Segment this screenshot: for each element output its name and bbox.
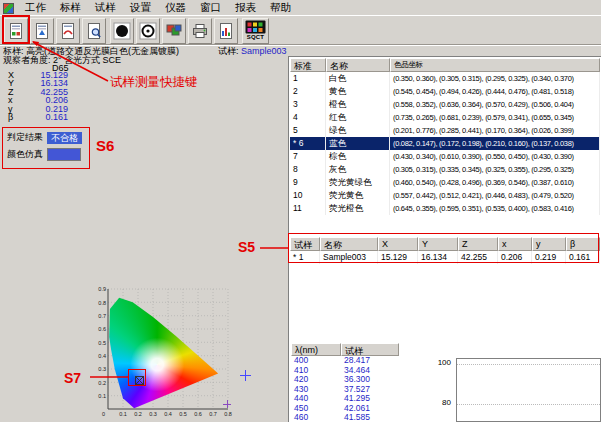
sample-info: 试样: Sample003 (218, 45, 287, 58)
header-name: 名称 (326, 58, 390, 72)
cell-beta: 0.161 (566, 251, 600, 264)
svg-text:0.6: 0.6 (194, 411, 202, 417)
bullseye-icon (139, 22, 157, 40)
menu-work[interactable]: 工作 (18, 0, 53, 16)
menu-settings[interactable]: 设置 (123, 0, 158, 16)
cell-no: 5 (290, 124, 326, 137)
cell-no: 3 (290, 98, 326, 111)
svg-text:0.2: 0.2 (98, 380, 106, 386)
sqct-button[interactable]: SQCT (242, 18, 269, 44)
cell-coords: (0.430, 0.340), (0.610, 0.390), (0.550, … (390, 150, 600, 163)
svg-text:0.3: 0.3 (149, 411, 157, 417)
menu-help[interactable]: 帮助 (263, 0, 298, 16)
svg-text:0.6: 0.6 (98, 326, 106, 332)
spectral-row[interactable]: 44041.295 (291, 394, 401, 404)
tri-label: β (8, 113, 22, 121)
sample-measure-button[interactable] (4, 18, 28, 44)
cell-no: 4 (290, 111, 326, 124)
standards-row[interactable]: 10荧光黄色(0.557, 0.442), (0.512, 0.421), (0… (290, 189, 600, 202)
cell-value: 28.417 (341, 356, 399, 366)
sample-name-value: Sample003 (241, 46, 287, 56)
printer-icon (191, 22, 209, 40)
spectral-row[interactable]: 45042.061 (291, 404, 401, 414)
spectral-row[interactable]: 41034.464 (291, 366, 401, 376)
sqct-icon (245, 20, 266, 34)
cell-name: 荧光橙色 (326, 202, 390, 215)
cell-coords: (0.460, 0.540), (0.428, 0.496), (0.369, … (390, 176, 600, 189)
cell-name: 蓝色 (326, 137, 390, 150)
header-x: x (498, 237, 532, 251)
menu-instrument[interactable]: 仪器 (158, 0, 193, 16)
standard-measure-icon (33, 22, 51, 40)
standard-target-button[interactable] (110, 18, 134, 44)
svg-text:0: 0 (102, 411, 105, 417)
cell-name: 荧光黄色 (326, 189, 390, 202)
spectral-row[interactable]: 42036.300 (291, 375, 401, 385)
cell-name: Sample003 (320, 251, 378, 264)
chromaticity-chart: 0.1 0.2 0.3 0.4 0.5 0.6 0.7 0.8 0.9 0 0.… (92, 286, 244, 422)
standards-table: 标准 名称 色品坐标 1白色(0.350, 0.360), (0.305, 0.… (290, 58, 600, 215)
search-icon (85, 22, 103, 40)
header-y: y (532, 237, 566, 251)
spectral-row[interactable]: 46041.585 (291, 413, 401, 422)
cell-y: 0.219 (532, 251, 566, 264)
standards-row[interactable]: 4红色(0.735, 0.265), (0.681, 0.239), (0.57… (290, 111, 600, 124)
standards-row[interactable]: 5绿色(0.201, 0.776), (0.285, 0.441), (0.17… (290, 124, 600, 137)
cell-wavelength: 450 (291, 404, 341, 414)
cell-no: 7 (290, 150, 326, 163)
print-button[interactable] (188, 18, 212, 44)
gridline (457, 364, 600, 365)
right-panel: 标准 名称 色品坐标 1白色(0.350, 0.360), (0.305, 0.… (288, 56, 601, 422)
judgement-panel: 判定结果 不合格 颜色仿真 (2, 127, 90, 169)
menu-report[interactable]: 报表 (228, 0, 263, 16)
sample-table: 试样 名称 X Y Z x y β * 1 Sample003 15.129 1… (290, 237, 600, 264)
header-X: X (378, 237, 418, 251)
header-standard: 标准 (290, 58, 326, 72)
tristimulus-row: β0.161 (8, 113, 68, 121)
report-button[interactable] (214, 18, 238, 44)
cell-value: 37.527 (341, 385, 399, 395)
standards-row[interactable]: 9荧光黄绿色(0.460, 0.540), (0.428, 0.496), (0… (290, 176, 600, 189)
cell-coords: (0.082, 0.147), (0.172, 0.198), (0.210, … (390, 137, 600, 150)
cell-wavelength: 420 (291, 375, 341, 385)
svg-text:0.1: 0.1 (119, 411, 127, 417)
sample-row[interactable]: * 1 Sample003 15.129 16.134 42.255 0.206… (290, 251, 600, 264)
sample-target-button[interactable] (136, 18, 160, 44)
spectral-row[interactable]: 40028.417 (291, 356, 401, 366)
spectral-row[interactable]: 43037.527 (291, 385, 401, 395)
cell-X: 15.129 (378, 251, 418, 264)
continuous-measure-button[interactable] (56, 18, 80, 44)
cell-wavelength: 400 (291, 356, 341, 366)
sample-table-header: 试样 名称 X Y Z x y β (290, 237, 600, 251)
header-sample: 试样 (290, 237, 320, 251)
black-circle-icon (113, 22, 131, 40)
annotation-s7: S7 (64, 370, 81, 386)
standards-row[interactable]: 3橙色(0.558, 0.352), (0.636, 0.364), (0.57… (290, 98, 600, 111)
annotation-s5: S5 (238, 239, 255, 255)
standards-row[interactable]: 11荧光橙色(0.645, 0.355), (0.595, 0.351), (0… (290, 202, 600, 215)
cell-coords: (0.645, 0.355), (0.595, 0.351), (0.535, … (390, 202, 600, 215)
menu-standard[interactable]: 标样 (53, 0, 88, 16)
cell-wavelength: 430 (291, 385, 341, 395)
svg-text:0.7: 0.7 (209, 411, 217, 417)
spectral-chart-ytick-80: 80 (431, 398, 451, 407)
standards-row[interactable]: 7棕色(0.430, 0.340), (0.610, 0.390), (0.55… (290, 150, 600, 163)
standards-row[interactable]: 2黄色(0.545, 0.454), (0.494, 0.426), (0.44… (290, 85, 600, 98)
menu-sample[interactable]: 试样 (88, 0, 123, 16)
search-button[interactable] (82, 18, 106, 44)
standard-measure-button[interactable] (30, 18, 54, 44)
standards-row[interactable]: 1白色(0.350, 0.360), (0.305, 0.315), (0.29… (290, 72, 600, 85)
standards-table-header: 标准 名称 色品坐标 (290, 58, 600, 72)
menu-window[interactable]: 窗口 (193, 0, 228, 16)
cell-Y: 16.134 (418, 251, 458, 264)
cell-no: 9 (290, 176, 326, 189)
cell-coords: (0.735, 0.265), (0.681, 0.239), (0.579, … (390, 111, 600, 124)
cell-wavelength: 460 (291, 413, 341, 422)
cell-x: 0.206 (498, 251, 532, 264)
color-tools-button[interactable] (162, 18, 186, 44)
cell-no: * 6 (290, 137, 326, 150)
cell-value: 36.300 (341, 375, 399, 385)
standards-row-selected[interactable]: * 6蓝色(0.082, 0.147), (0.172, 0.198), (0.… (290, 137, 600, 150)
standards-row[interactable]: 8灰色(0.305, 0.315), (0.335, 0.345), (0.32… (290, 163, 600, 176)
header-coords: 色品坐标 (390, 58, 600, 72)
